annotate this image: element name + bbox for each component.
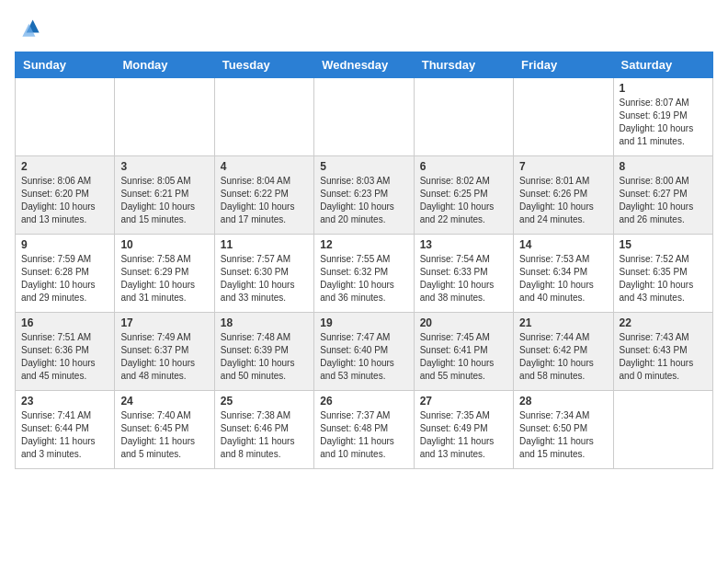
calendar-day-cell: 10Sunrise: 7:58 AM Sunset: 6:29 PM Dayli… [115,235,214,313]
calendar-day-cell: 21Sunrise: 7:44 AM Sunset: 6:42 PM Dayli… [514,313,613,391]
day-info: Sunrise: 7:55 AM Sunset: 6:32 PM Dayligh… [320,253,407,304]
day-info: Sunrise: 7:48 AM Sunset: 6:39 PM Dayligh… [221,331,308,383]
day-number: 3 [120,160,208,173]
day-number: 21 [519,316,607,329]
calendar-week-row: 1Sunrise: 8:07 AM Sunset: 6:19 PM Daylig… [16,78,713,156]
logo [15,15,44,40]
calendar-day-cell: 7Sunrise: 8:01 AM Sunset: 6:26 PM Daylig… [514,156,613,235]
calendar-day-cell: 26Sunrise: 7:37 AM Sunset: 6:48 PM Dayli… [314,391,414,469]
day-info: Sunrise: 7:38 AM Sunset: 6:46 PM Dayligh… [221,409,308,461]
calendar-day-cell [613,391,712,469]
day-info: Sunrise: 7:57 AM Sunset: 6:30 PM Dayligh… [221,253,308,304]
day-number: 25 [221,395,308,408]
calendar-day-header: Wednesday [314,52,414,78]
calendar-day-cell: 15Sunrise: 7:52 AM Sunset: 6:35 PM Dayli… [613,235,712,313]
day-number: 19 [320,316,407,329]
calendar-day-cell: 13Sunrise: 7:54 AM Sunset: 6:33 PM Dayli… [414,235,513,313]
calendar-day-cell: 8Sunrise: 8:00 AM Sunset: 6:27 PM Daylig… [613,156,712,235]
day-number: 24 [120,395,208,408]
calendar-day-cell: 5Sunrise: 8:03 AM Sunset: 6:23 PM Daylig… [314,156,414,235]
calendar-day-cell: 20Sunrise: 7:45 AM Sunset: 6:41 PM Dayli… [414,313,513,391]
day-info: Sunrise: 7:58 AM Sunset: 6:29 PM Dayligh… [120,253,208,304]
day-number: 26 [320,395,407,408]
day-info: Sunrise: 7:37 AM Sunset: 6:48 PM Dayligh… [320,409,407,461]
calendar-day-cell [214,78,313,156]
calendar-day-header: Saturday [613,52,712,78]
day-number: 5 [320,160,407,173]
calendar-day-cell: 14Sunrise: 7:53 AM Sunset: 6:34 PM Dayli… [514,235,613,313]
day-info: Sunrise: 8:06 AM Sunset: 6:20 PM Dayligh… [21,175,108,226]
calendar-day-cell: 3Sunrise: 8:05 AM Sunset: 6:21 PM Daylig… [115,156,214,235]
logo-icon [15,15,40,40]
calendar-table: SundayMondayTuesdayWednesdayThursdayFrid… [15,52,713,469]
day-number: 6 [420,160,507,173]
calendar-day-header: Sunday [16,52,115,78]
calendar-week-row: 9Sunrise: 7:59 AM Sunset: 6:28 PM Daylig… [16,235,713,313]
day-info: Sunrise: 7:43 AM Sunset: 6:43 PM Dayligh… [620,331,707,383]
day-number: 10 [120,238,208,251]
page: SundayMondayTuesdayWednesdayThursdayFrid… [0,0,728,484]
day-info: Sunrise: 7:44 AM Sunset: 6:42 PM Dayligh… [519,331,607,383]
day-number: 12 [320,238,407,251]
calendar-day-cell: 22Sunrise: 7:43 AM Sunset: 6:43 PM Dayli… [613,313,712,391]
day-info: Sunrise: 7:40 AM Sunset: 6:45 PM Dayligh… [120,409,208,461]
day-number: 4 [221,160,308,173]
calendar-day-cell [414,78,513,156]
day-info: Sunrise: 7:34 AM Sunset: 6:50 PM Dayligh… [519,409,607,461]
day-number: 18 [221,316,308,329]
calendar-day-header: Monday [115,52,214,78]
day-number: 20 [420,316,507,329]
day-number: 13 [420,238,507,251]
day-info: Sunrise: 7:51 AM Sunset: 6:36 PM Dayligh… [21,331,108,383]
calendar-day-cell [16,78,115,156]
calendar-day-cell: 25Sunrise: 7:38 AM Sunset: 6:46 PM Dayli… [214,391,313,469]
day-info: Sunrise: 8:07 AM Sunset: 6:19 PM Dayligh… [620,97,707,148]
calendar-day-cell: 4Sunrise: 8:04 AM Sunset: 6:22 PM Daylig… [214,156,313,235]
day-number: 1 [620,82,707,95]
calendar-day-cell [514,78,613,156]
day-info: Sunrise: 7:45 AM Sunset: 6:41 PM Dayligh… [420,331,507,383]
day-info: Sunrise: 7:35 AM Sunset: 6:49 PM Dayligh… [420,409,507,461]
calendar-day-cell: 12Sunrise: 7:55 AM Sunset: 6:32 PM Dayli… [314,235,414,313]
calendar-day-cell: 1Sunrise: 8:07 AM Sunset: 6:19 PM Daylig… [613,78,712,156]
day-number: 17 [120,316,208,329]
calendar-day-cell: 28Sunrise: 7:34 AM Sunset: 6:50 PM Dayli… [514,391,613,469]
calendar-day-cell: 17Sunrise: 7:49 AM Sunset: 6:37 PM Dayli… [115,313,214,391]
calendar-week-row: 16Sunrise: 7:51 AM Sunset: 6:36 PM Dayli… [16,313,713,391]
day-info: Sunrise: 8:01 AM Sunset: 6:26 PM Dayligh… [519,175,607,226]
calendar-week-row: 23Sunrise: 7:41 AM Sunset: 6:44 PM Dayli… [16,391,713,469]
day-number: 16 [21,316,108,329]
day-info: Sunrise: 7:52 AM Sunset: 6:35 PM Dayligh… [620,253,707,304]
day-number: 23 [21,395,108,408]
day-info: Sunrise: 7:54 AM Sunset: 6:33 PM Dayligh… [420,253,507,304]
header [15,15,713,40]
day-info: Sunrise: 8:03 AM Sunset: 6:23 PM Dayligh… [320,175,407,226]
day-info: Sunrise: 7:49 AM Sunset: 6:37 PM Dayligh… [120,331,208,383]
calendar-week-row: 2Sunrise: 8:06 AM Sunset: 6:20 PM Daylig… [16,156,713,235]
day-info: Sunrise: 7:59 AM Sunset: 6:28 PM Dayligh… [21,253,108,304]
day-number: 11 [221,238,308,251]
day-number: 14 [519,238,607,251]
calendar-day-cell: 27Sunrise: 7:35 AM Sunset: 6:49 PM Dayli… [414,391,513,469]
day-info: Sunrise: 8:05 AM Sunset: 6:21 PM Dayligh… [120,175,208,226]
calendar-day-cell: 11Sunrise: 7:57 AM Sunset: 6:30 PM Dayli… [214,235,313,313]
day-number: 7 [519,160,607,173]
day-info: Sunrise: 8:02 AM Sunset: 6:25 PM Dayligh… [420,175,507,226]
day-number: 28 [519,395,607,408]
calendar-day-header: Tuesday [214,52,313,78]
calendar-day-cell: 23Sunrise: 7:41 AM Sunset: 6:44 PM Dayli… [16,391,115,469]
day-number: 2 [21,160,108,173]
calendar-day-header: Friday [514,52,613,78]
day-info: Sunrise: 8:04 AM Sunset: 6:22 PM Dayligh… [221,175,308,226]
calendar-day-cell: 2Sunrise: 8:06 AM Sunset: 6:20 PM Daylig… [16,156,115,235]
day-number: 8 [620,160,707,173]
day-number: 9 [21,238,108,251]
day-info: Sunrise: 7:41 AM Sunset: 6:44 PM Dayligh… [21,409,108,461]
day-number: 22 [620,316,707,329]
calendar-day-cell: 24Sunrise: 7:40 AM Sunset: 6:45 PM Dayli… [115,391,214,469]
calendar-day-cell: 9Sunrise: 7:59 AM Sunset: 6:28 PM Daylig… [16,235,115,313]
day-number: 15 [620,238,707,251]
calendar-day-cell: 16Sunrise: 7:51 AM Sunset: 6:36 PM Dayli… [16,313,115,391]
day-info: Sunrise: 7:53 AM Sunset: 6:34 PM Dayligh… [519,253,607,304]
day-info: Sunrise: 8:00 AM Sunset: 6:27 PM Dayligh… [620,175,707,226]
